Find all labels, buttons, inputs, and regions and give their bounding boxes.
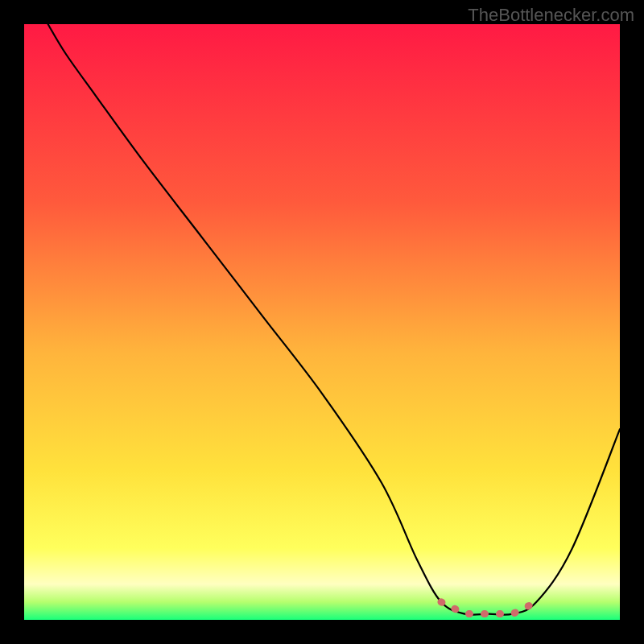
curve-layer (24, 24, 620, 620)
chart-container: TheBottlenecker.com (0, 0, 644, 644)
plot-area (24, 24, 620, 620)
bottleneck-curve (48, 24, 620, 615)
watermark-text: TheBottlenecker.com (468, 5, 634, 26)
